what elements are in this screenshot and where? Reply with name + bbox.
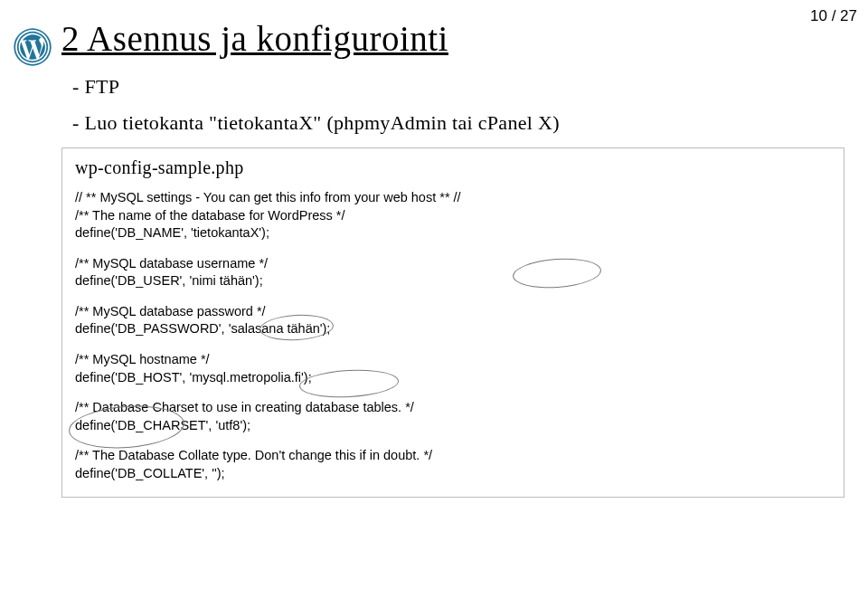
code-line: define('DB_NAME', 'tietokantaX'); [75, 224, 831, 242]
code-box: wp-config-sample.php // ** MySQL setting… [61, 147, 844, 498]
code-line: /** MySQL hostname */ [75, 351, 831, 369]
bullet-create-db: - Luo tietokanta "tietokantaX" (phpmyAdm… [72, 111, 852, 135]
wordpress-logo-icon [13, 27, 52, 67]
code-line: define('DB_HOST', 'mysql.metropolia.fi')… [75, 369, 831, 387]
content-area: 2 Asennus ja konfigurointi - FTP - Luo t… [61, 18, 852, 498]
page-title: 2 Asennus ja konfigurointi [61, 18, 852, 59]
bullet-ftp: - FTP [72, 75, 852, 99]
filename-label: wp-config-sample.php [75, 157, 831, 178]
code-line: /** MySQL database password */ [75, 303, 831, 321]
code-block-dbuser: /** MySQL database username */ define('D… [75, 255, 831, 290]
code-block-dbpassword: /** MySQL database password */ define('D… [75, 303, 831, 338]
code-block-dbcharset: /** Database Charset to use in creating … [75, 399, 831, 434]
code-line: // ** MySQL settings - You can get this … [75, 189, 831, 207]
code-line: define('DB_COLLATE', ''); [75, 465, 831, 483]
code-line: /** The name of the database for WordPre… [75, 207, 831, 225]
code-line: /** Database Charset to use in creating … [75, 399, 831, 417]
code-block-dbcollate: /** The Database Collate type. Don't cha… [75, 447, 831, 482]
code-line: define('DB_PASSWORD', 'salasana tähän'); [75, 320, 831, 338]
code-line: /** The Database Collate type. Don't cha… [75, 447, 831, 465]
code-line: define('DB_USER', 'nimi tähän'); [75, 272, 831, 290]
code-block-dbname: // ** MySQL settings - You can get this … [75, 189, 831, 242]
code-line: /** MySQL database username */ [75, 255, 831, 273]
code-line: define('DB_CHARSET', 'utf8'); [75, 417, 831, 435]
code-block-dbhost: /** MySQL hostname */ define('DB_HOST', … [75, 351, 831, 386]
